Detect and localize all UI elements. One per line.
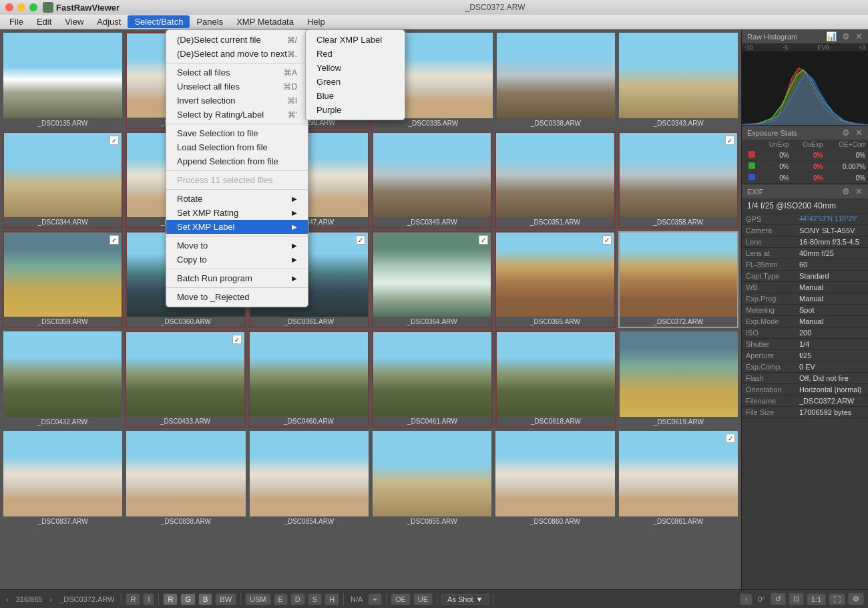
label-blue[interactable]: Blue — [306, 89, 405, 103]
photo-cell[interactable]: ✓ _DSC0344.ARW — [3, 132, 123, 229]
menu-file[interactable]: File — [3, 15, 30, 28]
exposure-controls[interactable]: ⚙ ✕ — [842, 128, 863, 138]
move-to-rejected[interactable]: Move to _Rejected — [166, 290, 308, 304]
zoom-100-button[interactable]: 1:1 — [807, 593, 826, 605]
deselect-move-next[interactable]: (De)Select and move to next ⌘. — [166, 47, 308, 61]
photo-cell[interactable]: _DSC0838.ARW — [126, 430, 246, 527]
label-red[interactable]: Red — [306, 47, 405, 61]
label-green[interactable]: Green — [306, 75, 405, 89]
nav-prev-button[interactable]: ‹ — [4, 595, 11, 603]
channel-b-button[interactable]: B — [198, 593, 212, 605]
menu-select-batch[interactable]: Select/Batch — [128, 15, 190, 28]
select-by-rating[interactable]: Select by Rating/Label ⌘' — [166, 108, 308, 122]
info-button[interactable]: I — [143, 593, 154, 605]
rotate-submenu[interactable]: Rotate ▶ — [166, 192, 308, 206]
channel-g-button[interactable]: G — [180, 593, 196, 605]
photo-checkbox[interactable]: ✓ — [725, 136, 734, 145]
batch-run[interactable]: Batch Run program ▶ — [166, 271, 308, 285]
exif-controls[interactable]: ⚙ ✕ — [842, 186, 863, 196]
photo-cell[interactable]: _DSC0349.ARW — [372, 132, 492, 229]
photo-cell[interactable]: _DSC0432.ARW — [3, 331, 122, 428]
exif-settings-icon[interactable]: ⚙ — [842, 186, 850, 196]
photo-checkbox[interactable]: ✓ — [479, 235, 488, 245]
h-button[interactable]: H — [324, 593, 339, 605]
window-controls[interactable] — [5, 3, 37, 11]
minimize-button[interactable] — [17, 3, 25, 11]
photo-cell[interactable]: _DSC0855.ARW — [372, 430, 492, 527]
channel-r-button[interactable]: R — [163, 593, 178, 605]
histogram-close-icon[interactable]: ✕ — [855, 31, 863, 41]
menu-panels[interactable]: Panels — [190, 15, 230, 28]
plus-button[interactable]: + — [368, 593, 381, 605]
channel-bw-button[interactable]: BW — [215, 593, 236, 605]
photo-cell[interactable]: _DSC0860.ARW — [495, 430, 615, 527]
photo-cell[interactable]: _DSC0837.ARW — [3, 430, 123, 527]
menu-help[interactable]: Help — [300, 15, 332, 28]
usm-button[interactable]: USM — [245, 593, 270, 605]
photo-checkbox[interactable]: ✓ — [232, 335, 242, 344]
s-button[interactable]: S — [308, 593, 322, 605]
save-selection[interactable]: Save Selection to file — [166, 126, 308, 140]
photo-cell[interactable]: _DSC0460.ARW — [248, 331, 369, 428]
photo-checkbox[interactable]: ✓ — [602, 235, 612, 245]
load-selection[interactable]: Load Selection from file — [166, 140, 308, 154]
photo-checkbox[interactable]: ✓ — [110, 136, 119, 145]
select-all[interactable]: Select all files ⌘A — [166, 65, 308, 80]
zoom-fit-button[interactable]: ⊡ — [789, 593, 804, 605]
label-yellow[interactable]: Yellow — [306, 61, 405, 75]
rotate-ccw-button[interactable]: ↺ — [771, 593, 786, 605]
settings-button[interactable]: ⚙ — [848, 593, 864, 605]
menu-view[interactable]: View — [58, 15, 90, 28]
set-xmp-label[interactable]: Set XMP Label ▶ — [166, 220, 308, 234]
photo-cell[interactable]: _DSC0618.ARW — [495, 331, 616, 428]
histogram-graph-icon[interactable]: 📊 — [826, 31, 837, 41]
exif-close-icon[interactable]: ✕ — [855, 186, 863, 196]
histogram-controls[interactable]: 📊 ⚙ ✕ — [826, 31, 863, 41]
photo-cell-active[interactable]: _DSC0372.ARW — [618, 231, 738, 328]
select-batch-menu[interactable]: (De)Select current file ⌘/ (De)Select an… — [166, 29, 308, 307]
xmp-label-submenu[interactable]: Clear XMP Label Red Yellow Green Blue Pu… — [305, 29, 405, 120]
photo-checkbox[interactable]: ✓ — [356, 235, 365, 245]
move-to[interactable]: Move to ▶ — [166, 239, 308, 253]
deselect-current[interactable]: (De)Select current file ⌘/ — [166, 33, 308, 47]
photo-cell[interactable]: ✓ _DSC0358.ARW — [618, 132, 738, 229]
white-balance-select[interactable]: As Shot ▼ — [441, 594, 489, 605]
photo-cell[interactable]: _DSC0343.ARW — [618, 32, 738, 129]
reject-button[interactable]: R — [126, 593, 140, 605]
exposure-close-icon[interactable]: ✕ — [855, 128, 863, 138]
photo-cell[interactable]: _DSC0619.ARW — [619, 331, 738, 428]
e-button[interactable]: E — [274, 593, 288, 605]
fullscreen-button[interactable]: ⛶ — [829, 593, 845, 605]
close-button[interactable] — [5, 3, 13, 11]
oe-button[interactable]: OE — [391, 593, 411, 605]
histogram-filter-icon[interactable]: ⚙ — [842, 31, 850, 41]
photo-cell[interactable]: ✓ _DSC0861.ARW — [618, 430, 738, 527]
photo-cell[interactable]: ✓ _DSC0433.ARW — [125, 331, 246, 428]
nav-next-button[interactable]: › — [47, 595, 54, 603]
photo-checkbox[interactable]: ✓ — [110, 235, 119, 245]
copy-to[interactable]: Copy to ▶ — [166, 253, 308, 267]
menu-adjust[interactable]: Adjust — [90, 15, 128, 28]
clear-xmp-label[interactable]: Clear XMP Label — [306, 33, 405, 47]
photo-cell[interactable]: ✓ _DSC0359.ARW — [3, 231, 123, 328]
photo-cell[interactable]: _DSC0461.ARW — [372, 331, 493, 428]
set-xmp-rating[interactable]: Set XMP Rating ▶ — [166, 206, 308, 220]
menu-xmp-metadata[interactable]: XMP Metadata — [230, 15, 300, 28]
photo-cell[interactable]: _DSC0854.ARW — [249, 430, 369, 527]
photo-cell[interactable]: _DSC0338.ARW — [496, 32, 616, 129]
label-purple[interactable]: Purple — [306, 103, 405, 117]
photo-cell[interactable]: _DSC0135.ARW — [3, 32, 123, 129]
unselect-all[interactable]: Unselect all files ⌘D — [166, 80, 308, 94]
append-selection[interactable]: Append Selection from file — [166, 154, 308, 168]
maximize-button[interactable] — [29, 3, 37, 11]
photo-cell[interactable]: _DSC0351.ARW — [495, 132, 615, 229]
photo-checkbox[interactable]: ✓ — [726, 434, 735, 443]
menu-edit[interactable]: Edit — [30, 15, 58, 28]
photo-cell[interactable]: ✓ _DSC0364.ARW — [372, 231, 492, 328]
photo-cell[interactable]: ✓ _DSC0365.ARW — [495, 231, 615, 328]
d-button[interactable]: D — [290, 593, 305, 605]
exposure-settings-icon[interactable]: ⚙ — [842, 128, 850, 138]
invert-selection[interactable]: Invert selection ⌘I — [166, 94, 308, 108]
share-button[interactable]: ↑ — [740, 593, 753, 605]
ue-button[interactable]: UE — [413, 593, 433, 605]
